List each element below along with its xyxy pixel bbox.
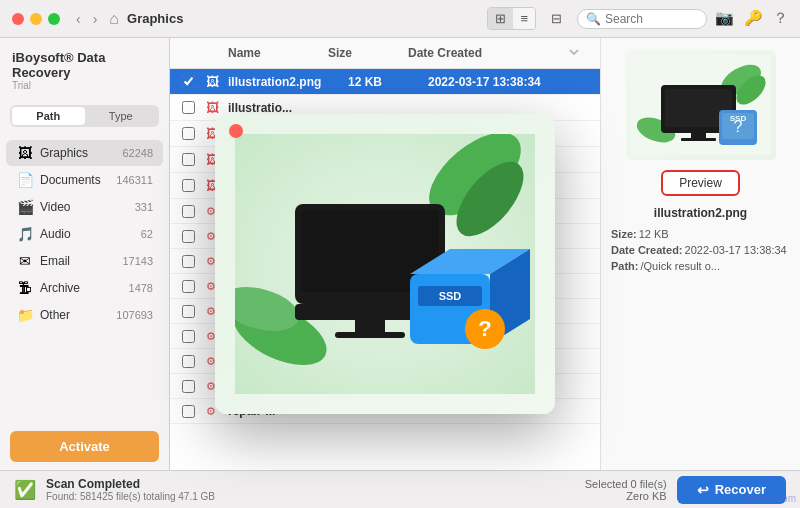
file-rows: 🖼 illustration2.png 12 KB 2022-03-17 13:…	[170, 69, 600, 470]
search-icon: 🔍	[586, 12, 601, 26]
forward-arrow[interactable]: ›	[89, 9, 102, 29]
close-button[interactable]	[12, 13, 24, 25]
video-icon: 🎬	[16, 199, 34, 215]
table-row[interactable]: ⚙ recove...	[170, 199, 600, 224]
minimize-button[interactable]	[30, 13, 42, 25]
file-type-icon: ⚙	[206, 230, 228, 243]
sidebar-item-graphics[interactable]: 🖼 Graphics 62248	[6, 140, 163, 166]
table-row[interactable]: ⚙ reinsta...	[170, 299, 600, 324]
sidebar-item-other[interactable]: 📁 Other 107693	[6, 302, 163, 328]
sidebar-item-archive[interactable]: 🗜 Archive 1478	[6, 275, 163, 301]
row-checkbox[interactable]	[182, 230, 206, 243]
file-type-icon: 🖼	[206, 100, 228, 115]
file-type-icon: ⚙	[206, 305, 228, 318]
file-name: recove...	[228, 279, 348, 293]
file-type-icon: ⚙	[206, 280, 228, 293]
file-name: illustratio...	[228, 127, 348, 141]
file-name: recove...	[228, 229, 348, 243]
table-row[interactable]: 🖼 illustratio...	[170, 173, 600, 199]
camera-icon[interactable]: 📷	[715, 9, 734, 28]
row-checkbox[interactable]	[182, 205, 206, 218]
nav-arrows: ‹ ›	[72, 9, 101, 29]
row-checkbox[interactable]	[182, 405, 206, 418]
search-input[interactable]	[605, 12, 698, 26]
filter-button[interactable]: ⊟	[544, 8, 569, 29]
email-icon: ✉	[16, 253, 34, 269]
sidebar-item-audio[interactable]: 🎵 Audio 62	[6, 221, 163, 247]
path-type-tabs: Path Type	[10, 105, 159, 127]
table-row[interactable]: ⚙ remov...	[170, 349, 600, 374]
file-name: illustratio...	[228, 153, 348, 167]
file-name: remov...	[228, 354, 348, 368]
table-row[interactable]: ⚙ recove...	[170, 249, 600, 274]
size-column-header: Size	[328, 46, 408, 60]
sidebar: iBoysoft® Data Recovery Trial Path Type …	[0, 38, 170, 470]
file-name: illustration2.png	[228, 75, 348, 89]
help-icon[interactable]: ？	[773, 9, 788, 28]
grid-view-button[interactable]: ⊞	[488, 8, 513, 29]
row-checkbox[interactable]	[182, 75, 206, 88]
tab-path[interactable]: Path	[12, 107, 85, 125]
name-column-header: Name	[228, 46, 328, 60]
sidebar-header: iBoysoft® Data Recovery Trial	[0, 38, 169, 97]
fullscreen-button[interactable]	[48, 13, 60, 25]
row-checkbox[interactable]	[182, 305, 206, 318]
info-icon[interactable]: 🔑	[744, 9, 763, 28]
table-row[interactable]: 🖼 illustratio...	[170, 95, 600, 121]
sidebar-audio-label: Audio	[40, 227, 141, 241]
row-checkbox[interactable]	[182, 330, 206, 343]
file-type-icon: 🖼	[206, 126, 228, 141]
table-row[interactable]: ⚙ reinsta...	[170, 324, 600, 349]
sidebar-item-video[interactable]: 🎬 Video 331	[6, 194, 163, 220]
recover-button[interactable]: ↩ Recover	[677, 476, 786, 504]
sidebar-items: 🖼 Graphics 62248 📄 Documents 146311 🎬 Vi…	[0, 135, 169, 423]
file-name: reinsta...	[228, 304, 348, 318]
sidebar-audio-count: 62	[141, 228, 153, 240]
app-title: iBoysoft® Data Recovery	[12, 50, 157, 80]
recover-icon: ↩	[697, 482, 709, 498]
preview-date-row: Date Created: 2022-03-17 13:38:34	[611, 244, 790, 256]
preview-button[interactable]: Preview	[661, 170, 740, 196]
preview-meta: Size: 12 KB Date Created: 2022-03-17 13:…	[611, 228, 790, 276]
activate-button[interactable]: Activate	[10, 431, 159, 462]
file-type-icon: 🖼	[206, 152, 228, 167]
row-checkbox[interactable]	[182, 280, 206, 293]
view-toggle: ⊞ ≡	[487, 7, 536, 30]
row-checkbox[interactable]	[182, 101, 206, 114]
main-layout: iBoysoft® Data Recovery Trial Path Type …	[0, 38, 800, 470]
tab-type[interactable]: Type	[85, 107, 158, 125]
file-date: 2022-03-17 13:38:34	[428, 75, 588, 89]
file-name: reinsta...	[228, 329, 348, 343]
table-row[interactable]: ⚙ recove...	[170, 224, 600, 249]
table-row[interactable]: 🖼 illustratio...	[170, 147, 600, 173]
list-view-button[interactable]: ≡	[513, 8, 535, 29]
sidebar-email-count: 17143	[122, 255, 153, 267]
file-name: repair-...	[228, 404, 348, 418]
sidebar-item-email[interactable]: ✉ Email 17143	[6, 248, 163, 274]
scan-detail: Found: 581425 file(s) totaling 47.1 GB	[46, 491, 215, 502]
file-list-header: Name Size Date Created	[170, 38, 600, 69]
table-row[interactable]: 🖼 illustratio...	[170, 121, 600, 147]
selected-count: Selected 0 file(s)	[585, 478, 667, 490]
size-label: Size:	[611, 228, 637, 240]
file-type-icon: ⚙	[206, 355, 228, 368]
date-column-header: Date Created	[408, 46, 568, 60]
table-row[interactable]: ⚙ recove...	[170, 274, 600, 299]
preview-filename: illustration2.png	[654, 206, 747, 220]
row-checkbox[interactable]	[182, 355, 206, 368]
row-checkbox[interactable]	[182, 127, 206, 140]
file-name: illustratio...	[228, 179, 348, 193]
row-checkbox[interactable]	[182, 153, 206, 166]
row-checkbox[interactable]	[182, 179, 206, 192]
table-row[interactable]: 🖼 illustration2.png 12 KB 2022-03-17 13:…	[170, 69, 600, 95]
traffic-lights	[12, 13, 60, 25]
home-icon[interactable]: ⌂	[109, 10, 119, 28]
date-label: Date Created:	[611, 244, 683, 256]
back-arrow[interactable]: ‹	[72, 9, 85, 29]
file-type-icon: ⚙	[206, 205, 228, 218]
sidebar-item-documents[interactable]: 📄 Documents 146311	[6, 167, 163, 193]
table-row[interactable]: ⚙ repair-...	[170, 374, 600, 399]
row-checkbox[interactable]	[182, 380, 206, 393]
table-row[interactable]: ⚙ repair-...	[170, 399, 600, 424]
row-checkbox[interactable]	[182, 255, 206, 268]
